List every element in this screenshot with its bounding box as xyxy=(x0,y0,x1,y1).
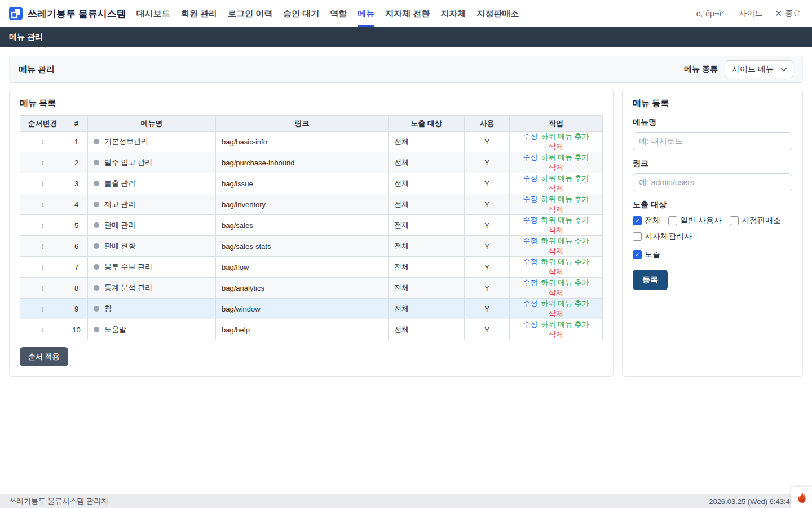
add-submenu-link[interactable]: 하위 메뉴 추가 xyxy=(541,153,589,161)
menu-name: 도움말 xyxy=(104,325,126,335)
delete-link[interactable]: 삭제 xyxy=(549,268,563,276)
footer-bar: 쓰레기봉투 물류시스템 관리자 2026.03.25 (Wed) 6:43:43 xyxy=(0,494,812,508)
menu-type-value: 사이트 메뉴 xyxy=(732,64,774,75)
site-link[interactable]: 사이트 xyxy=(739,8,762,19)
checkbox-checked-icon xyxy=(633,216,642,225)
menu-list-card: 메뉴 목록 순서변경 # 메뉴명 링크 노출 대상 사용 작업 ↕ 1 기본정보 xyxy=(9,89,614,377)
add-submenu-link[interactable]: 하위 메뉴 추가 xyxy=(541,278,589,287)
menu-table: 순서변경 # 메뉴명 링크 노출 대상 사용 작업 ↕ 1 기본정보관리 bag… xyxy=(20,115,603,340)
menu-name-input[interactable] xyxy=(633,132,792,150)
checkbox-municipality-admin[interactable]: 지자체관리자 xyxy=(633,231,692,242)
add-submenu-link[interactable]: 하위 메뉴 추가 xyxy=(541,132,589,141)
add-submenu-link[interactable]: 하위 메뉴 추가 xyxy=(541,299,589,308)
checkbox-designated-seller[interactable]: 지정판매소 xyxy=(730,216,781,226)
menu-name-label: 메뉴명 xyxy=(633,117,792,128)
edit-link[interactable]: 수정 xyxy=(523,132,537,141)
menu-type-select[interactable]: 사이트 메뉴 xyxy=(725,60,793,78)
drag-handle-icon[interactable]: ↕ xyxy=(41,200,45,209)
checkbox-general-user[interactable]: 일반 사용자 xyxy=(668,216,722,226)
menu-name: 재고 관리 xyxy=(104,199,136,209)
bullet-icon xyxy=(94,160,99,165)
menu-target: 전체 xyxy=(389,319,465,340)
edit-link[interactable]: 수정 xyxy=(523,320,537,329)
nav-item-municipality[interactable]: 지자체 xyxy=(440,0,466,27)
menu-link-input[interactable] xyxy=(633,173,792,191)
delete-link[interactable]: 삭제 xyxy=(549,309,563,318)
page-header-bar: 메뉴 관리 xyxy=(0,27,812,47)
edit-link[interactable]: 수정 xyxy=(523,278,537,287)
menu-target: 전체 xyxy=(389,173,465,194)
edit-link[interactable]: 수정 xyxy=(523,216,537,224)
menu-target: 전체 xyxy=(389,299,465,319)
delete-link[interactable]: 삭제 xyxy=(549,163,563,172)
debug-toolbar-badge[interactable] xyxy=(791,487,812,508)
checkbox-all[interactable]: 전체 xyxy=(633,216,660,226)
add-submenu-link[interactable]: 하위 메뉴 추가 xyxy=(541,320,589,329)
nav-item-menu[interactable]: 메뉴 xyxy=(358,0,374,27)
register-button[interactable]: 등록 xyxy=(633,270,668,290)
delete-link[interactable]: 삭제 xyxy=(549,142,563,151)
nav-item-designated-seller[interactable]: 지정판매소 xyxy=(476,0,519,27)
apply-order-button[interactable]: 순서 적용 xyxy=(20,347,68,366)
menu-name: 불출 관리 xyxy=(104,178,136,189)
drag-handle-icon[interactable]: ↕ xyxy=(41,137,45,146)
menu-use: Y xyxy=(465,194,510,215)
menu-target: 전체 xyxy=(389,152,465,173)
add-submenu-link[interactable]: 하위 메뉴 추가 xyxy=(541,257,589,266)
delete-link[interactable]: 삭제 xyxy=(549,226,563,234)
delete-link[interactable]: 삭제 xyxy=(549,184,563,192)
menu-name: 봉투 수불 관리 xyxy=(104,262,152,272)
col-target: 노출 대상 xyxy=(389,116,465,132)
menu-use: Y xyxy=(465,319,510,340)
nav-item-roles[interactable]: 역할 xyxy=(330,0,347,27)
menu-target: 전체 xyxy=(389,236,465,257)
drag-handle-icon[interactable]: ↕ xyxy=(41,158,45,167)
drag-handle-icon[interactable]: ↕ xyxy=(41,304,45,313)
drag-handle-icon[interactable]: ↕ xyxy=(41,179,45,188)
menu-use: Y xyxy=(465,215,510,236)
menu-target: 전체 xyxy=(389,215,465,236)
drag-handle-icon[interactable]: ↕ xyxy=(41,221,45,230)
add-submenu-link[interactable]: 하위 메뉴 추가 xyxy=(541,216,589,224)
menu-register-card: 메뉴 등록 메뉴명 링크 노출 대상 전체 일반 사용자 지정판매소 지자체관리… xyxy=(622,89,803,377)
add-submenu-link[interactable]: 하위 메뉴 추가 xyxy=(541,195,589,203)
edit-link[interactable]: 수정 xyxy=(523,153,537,161)
drag-handle-icon[interactable]: ↕ xyxy=(41,262,45,271)
edit-link[interactable]: 수정 xyxy=(523,174,537,182)
table-row: ↕ 2 발주 입고 관리 bag/purchase-inbound 전체 Y 수… xyxy=(20,152,603,173)
menu-name: 창 xyxy=(104,304,112,314)
table-row: ↕ 5 판매 관리 bag/sales 전체 Y 수정하위 메뉴 추가삭제 xyxy=(20,215,603,236)
menu-link: bag/inventory xyxy=(216,194,389,215)
exit-button[interactable]: ✕ 종료 xyxy=(775,8,801,19)
menu-link: bag/window xyxy=(216,299,389,319)
add-submenu-link[interactable]: 하위 메뉴 추가 xyxy=(541,174,589,182)
edit-link[interactable]: 수정 xyxy=(523,299,537,308)
col-actions: 작업 xyxy=(510,116,603,132)
drag-handle-icon[interactable]: ↕ xyxy=(41,242,45,251)
bullet-icon xyxy=(94,243,99,249)
menu-name: 기본정보관리 xyxy=(104,137,148,147)
delete-link[interactable]: 삭제 xyxy=(549,247,563,255)
nav-item-login-history[interactable]: 로그인 이력 xyxy=(228,0,272,27)
delete-link[interactable]: 삭제 xyxy=(549,205,563,213)
add-submenu-link[interactable]: 하위 메뉴 추가 xyxy=(541,237,589,245)
main-content: 메뉴 목록 순서변경 # 메뉴명 링크 노출 대상 사용 작업 ↕ 1 기본정보 xyxy=(0,89,812,377)
toolbar-title: 메뉴 관리 xyxy=(19,64,55,75)
delete-link[interactable]: 삭제 xyxy=(549,330,563,339)
bullet-icon xyxy=(94,327,99,332)
drag-handle-icon[interactable]: ↕ xyxy=(41,283,45,292)
edit-link[interactable]: 수정 xyxy=(523,237,537,245)
nav-item-approval-pending[interactable]: 승인 대기 xyxy=(283,0,319,27)
menu-link: bag/help xyxy=(216,319,389,340)
nav-item-municipality-switch[interactable]: 지자체 전환 xyxy=(385,0,430,27)
menu-use: Y xyxy=(465,257,510,278)
menu-use: Y xyxy=(465,236,510,257)
edit-link[interactable]: 수정 xyxy=(523,257,537,266)
edit-link[interactable]: 수정 xyxy=(523,195,537,203)
checkbox-expose[interactable]: 노출 xyxy=(633,249,660,260)
delete-link[interactable]: 삭제 xyxy=(549,288,563,297)
nav-item-dashboard[interactable]: 대시보드 xyxy=(136,0,170,27)
nav-item-members[interactable]: 회원 관리 xyxy=(181,0,217,27)
drag-handle-icon[interactable]: ↕ xyxy=(41,325,45,334)
footer-admin-label: 쓰레기봉투 물류시스템 관리자 xyxy=(9,496,108,506)
